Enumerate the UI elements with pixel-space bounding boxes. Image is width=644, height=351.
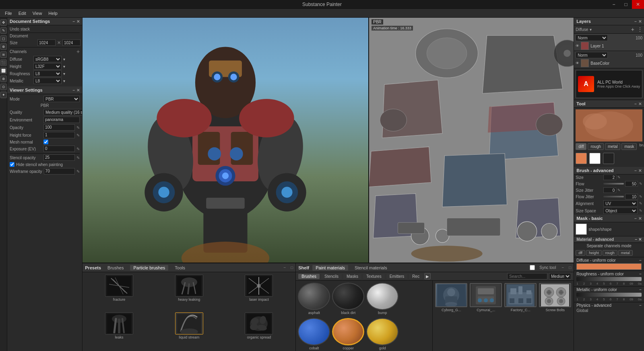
tool-close[interactable]: ✕ [638, 102, 642, 106]
tool-anchor[interactable]: ⊗ [0, 76, 7, 82]
brush-liquid-stream[interactable]: liquid stream [155, 312, 223, 349]
layers-options-icon[interactable]: ⋮ [638, 27, 642, 32]
tool-clone[interactable]: ⊕ [0, 43, 7, 50]
wireframe-edit[interactable]: ✎ [76, 169, 80, 174]
minimize-button[interactable]: − [608, 0, 620, 9]
channel-metallic-select[interactable]: L8 [33, 78, 62, 84]
brush-alignment-edit[interactable]: ✎ [639, 201, 642, 205]
shelf-item-screw-bolts[interactable]: Screw Bolts [539, 283, 571, 349]
shelf-subtab-masks[interactable]: Masks [343, 274, 361, 279]
shelf-item-cyborg[interactable]: Cyborg_G... [435, 283, 467, 349]
base-color-item[interactable]: 👁 BaseColor [576, 59, 642, 67]
sync-tool-checkbox[interactable] [530, 265, 535, 270]
shelf-subtab-emitters[interactable]: Emitters [386, 274, 408, 279]
brush-laser-impact[interactable]: laser impact [225, 275, 293, 311]
mat-ch-rough[interactable]: rough [603, 250, 617, 256]
material-gold[interactable]: gold [366, 318, 398, 350]
tool-move[interactable]: ✥ [0, 19, 7, 26]
layers-channel-arrow[interactable]: ▾ [590, 27, 592, 32]
brush-size-edit[interactable]: ✎ [617, 175, 621, 179]
mode-select[interactable]: PBR [43, 96, 80, 102]
shelf-nav-right[interactable]: ▶ [424, 273, 431, 279]
exposure-edit[interactable]: ✎ [76, 147, 80, 151]
diffuse-collapse[interactable]: − [639, 258, 642, 263]
mat-ch-metal[interactable]: metal [618, 250, 633, 256]
brush-size-space-select[interactable]: Object [603, 207, 638, 214]
height-force-edit[interactable]: ✎ [76, 133, 80, 138]
material-bump[interactable]: bump [366, 283, 398, 315]
brush-flow-edit[interactable]: ✎ [639, 182, 642, 186]
mask-basic-header[interactable]: Mask - basic − ✕ [574, 215, 644, 222]
viewer-close[interactable]: ✕ [76, 88, 80, 92]
shelf-minimize[interactable]: − [561, 265, 564, 270]
tool-extra1[interactable]: ⊙ [0, 84, 7, 90]
mat-ch-height[interactable]: height [586, 250, 602, 256]
shelf-subtab-rec[interactable]: Rec [409, 274, 423, 279]
tool-smudge[interactable]: ≋ [0, 51, 7, 58]
shelf-item-cymurai[interactable]: Cymurai_... [470, 283, 502, 349]
shelf-item-factory[interactable]: Factory_C... [504, 283, 537, 349]
tab-brushes[interactable]: Brushes [104, 265, 127, 271]
material-advanced-header[interactable]: Material - advanced − ✕ [574, 236, 644, 242]
layers-header[interactable]: Layers − ✕ [574, 18, 644, 25]
menu-help[interactable]: Help [45, 10, 61, 16]
presets-minimize[interactable]: − [283, 265, 286, 270]
stencil-opacity-edit[interactable]: ✎ [76, 156, 80, 160]
tool-fill[interactable]: ⬛ [0, 60, 7, 66]
mat-ch-dff[interactable]: dff [576, 250, 585, 256]
brush-size-space-edit[interactable]: ✎ [639, 209, 642, 213]
size-input-2[interactable] [62, 39, 80, 46]
brush-leaks[interactable]: leaks [85, 312, 153, 349]
viewer-collapse[interactable]: − [72, 88, 75, 92]
tool-erase[interactable]: ◻ [0, 35, 7, 42]
maximize-button[interactable]: □ [620, 0, 632, 9]
tab-particle-brushes[interactable]: Particle brushes [130, 265, 168, 271]
doc-settings-close[interactable]: ✕ [76, 19, 80, 24]
presets-expand[interactable]: □ [291, 265, 293, 270]
tool-picker[interactable]: ✦ [0, 92, 7, 98]
mask-basic-close[interactable]: ✕ [638, 216, 642, 221]
size-input-1[interactable] [37, 39, 56, 46]
swatch-orange[interactable] [576, 153, 587, 164]
mesh-normal-checkbox[interactable] [43, 140, 48, 144]
shelf-expand[interactable]: □ [569, 265, 571, 270]
layer-1-blend-select[interactable]: Norm [576, 35, 608, 41]
ch-btn-rough[interactable]: rough [588, 143, 604, 150]
brush-heavy-leaking[interactable]: heavy leaking [155, 275, 223, 311]
material-asphalt[interactable]: asphalt [298, 283, 330, 315]
channel-diffuse-select[interactable]: sRGB8 [33, 56, 62, 62]
shelf-tab-stencil[interactable]: Stencil materials [351, 265, 390, 271]
shelf-subtab-textures[interactable]: Textures [363, 274, 385, 279]
channel-height-select[interactable]: L32F [33, 63, 62, 70]
ch-btn-mask[interactable]: mask [621, 143, 637, 150]
brush-fracture[interactable]: fracture [85, 275, 153, 311]
menu-view[interactable]: View [29, 10, 45, 16]
tool-header[interactable]: Tool − ✕ [574, 100, 644, 108]
layer-1-eye[interactable]: 👁 [576, 44, 579, 48]
ch-btn-metal[interactable]: metal [605, 143, 620, 150]
layers-collapse[interactable]: − [634, 19, 637, 24]
base-color-blend-select[interactable]: Norm [576, 52, 608, 58]
layers-add-icon[interactable]: + [631, 26, 634, 33]
material-cobalt[interactable]: cobalt [298, 318, 330, 350]
menu-edit[interactable]: Edit [15, 10, 29, 16]
channel-roughness-select[interactable]: L8 [33, 70, 62, 77]
document-settings-header[interactable]: Document Settings − ✕ [7, 18, 82, 25]
shelf-quality-select[interactable]: Medium [549, 273, 571, 279]
material-black-dirt[interactable]: black dirt [332, 283, 364, 315]
shelf-subtab-stencils[interactable]: Stencils [321, 274, 342, 279]
brush-alignment-select[interactable]: UV [603, 200, 638, 207]
shelf-tab-paint[interactable]: Paint materials [312, 265, 348, 271]
brush-size-jitter-edit[interactable]: ✎ [617, 188, 621, 192]
layer-1-item[interactable]: 👁 Layer 1 [576, 42, 642, 50]
doc-settings-collapse[interactable]: − [72, 19, 75, 24]
base-color-eye[interactable]: 👁 [576, 61, 579, 65]
brush-organic-spread[interactable]: organic spread [225, 312, 293, 349]
mask-basic-collapse[interactable]: − [634, 216, 637, 221]
viewer-settings-header[interactable]: Viewer Settings − ✕ [7, 86, 82, 94]
shelf-search-input[interactable] [507, 273, 547, 279]
metallic-collapse[interactable]: − [639, 287, 642, 292]
physics-collapse[interactable]: − [639, 303, 642, 308]
hide-stencil-checkbox[interactable] [10, 162, 14, 167]
diffuse-color-strip[interactable] [576, 263, 642, 270]
